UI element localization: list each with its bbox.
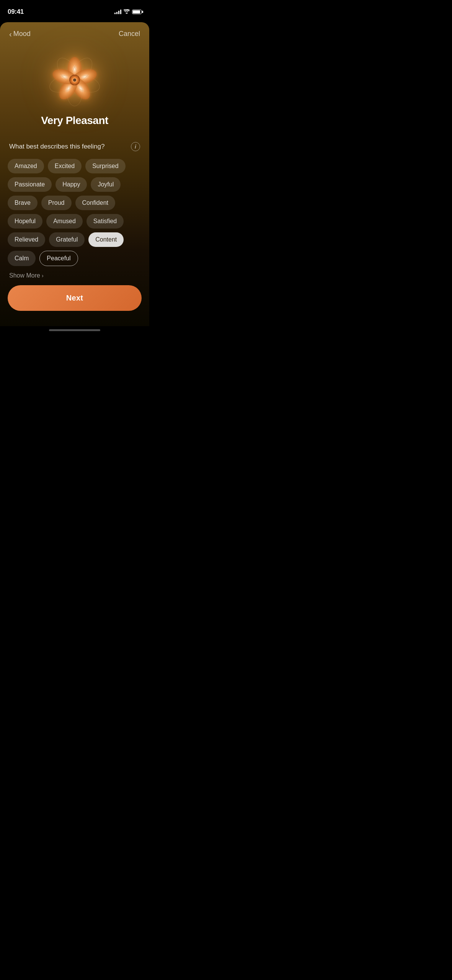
nav-bar: ‹ Mood Cancel bbox=[0, 22, 149, 42]
flower-container bbox=[0, 53, 149, 107]
next-button-container: Next bbox=[0, 285, 149, 318]
mood-flower bbox=[48, 53, 101, 107]
battery-icon bbox=[132, 10, 142, 14]
emotion-tag-confident[interactable]: Confident bbox=[75, 196, 116, 210]
emotion-tag-joyful[interactable]: Joyful bbox=[91, 177, 121, 192]
emotion-tag-brave[interactable]: Brave bbox=[8, 196, 38, 210]
back-chevron-icon: ‹ bbox=[9, 30, 12, 38]
emotion-tag-peaceful[interactable]: Peaceful bbox=[39, 251, 78, 266]
question-text: What best describes this feeling? bbox=[9, 143, 104, 150]
mood-title: Very Pleasant bbox=[0, 114, 149, 127]
emotion-tag-passionate[interactable]: Passionate bbox=[8, 177, 52, 192]
emotion-tag-content[interactable]: Content bbox=[88, 232, 124, 247]
emotion-tag-amazed[interactable]: Amazed bbox=[8, 159, 44, 173]
emotion-tag-amused[interactable]: Amused bbox=[46, 214, 83, 229]
back-label: Mood bbox=[13, 30, 31, 38]
emotion-tags: AmazedExcitedSurprisedPassionateHappyJoy… bbox=[0, 159, 149, 266]
emotion-tag-satisfied[interactable]: Satisfied bbox=[86, 214, 124, 229]
emotion-tag-excited[interactable]: Excited bbox=[48, 159, 82, 173]
question-row: What best describes this feeling? i bbox=[0, 142, 149, 151]
status-bar: 09:41 bbox=[0, 0, 149, 19]
emotion-tag-surprised[interactable]: Surprised bbox=[85, 159, 125, 173]
back-button[interactable]: ‹ Mood bbox=[9, 30, 31, 38]
emotion-tag-hopeful[interactable]: Hopeful bbox=[8, 214, 42, 229]
cancel-button[interactable]: Cancel bbox=[119, 30, 140, 38]
home-indicator bbox=[0, 326, 149, 335]
status-icons bbox=[114, 9, 142, 15]
show-more-button[interactable]: Show More › bbox=[0, 266, 149, 285]
show-more-chevron-icon: › bbox=[42, 273, 44, 279]
emotion-tag-grateful[interactable]: Grateful bbox=[49, 232, 85, 247]
status-time: 09:41 bbox=[8, 8, 24, 16]
info-icon[interactable]: i bbox=[131, 142, 140, 151]
wifi-icon bbox=[124, 9, 130, 15]
show-more-label: Show More bbox=[9, 272, 40, 279]
next-button[interactable]: Next bbox=[8, 285, 142, 311]
emotion-tag-happy[interactable]: Happy bbox=[55, 177, 87, 192]
emotion-tag-calm[interactable]: Calm bbox=[8, 251, 36, 266]
emotion-tag-relieved[interactable]: Relieved bbox=[8, 232, 45, 247]
home-bar bbox=[49, 329, 100, 331]
signal-icon bbox=[114, 10, 121, 14]
emotion-tag-proud[interactable]: Proud bbox=[41, 196, 72, 210]
main-card: ‹ Mood Cancel bbox=[0, 22, 149, 326]
